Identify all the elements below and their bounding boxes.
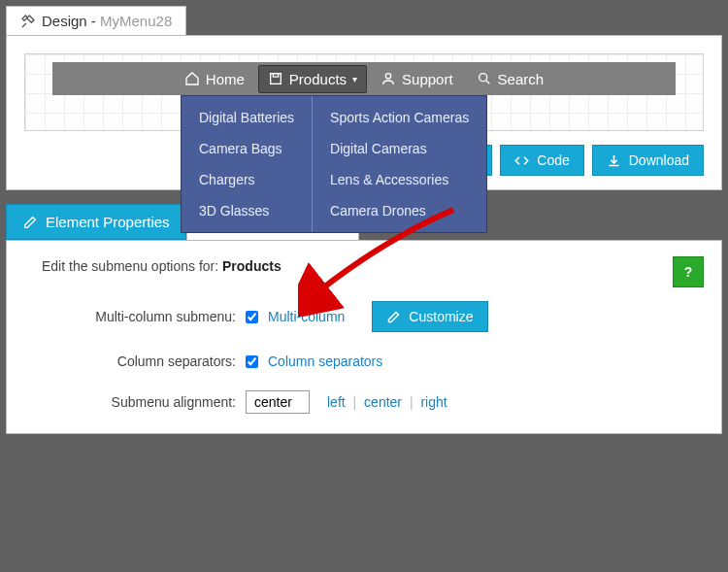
menuitem-search[interactable]: Search — [467, 65, 554, 93]
menuitem-label: Products — [289, 71, 347, 87]
menuitem-label: Support — [402, 71, 453, 87]
svg-rect-1 — [273, 74, 278, 77]
design-tab[interactable]: Design - MyMenu28 — [6, 6, 186, 35]
search-icon — [477, 71, 492, 86]
menuitem-products[interactable]: Products ▾ — [258, 65, 367, 93]
separator: | — [353, 394, 357, 410]
customize-button[interactable]: Customize — [372, 301, 487, 332]
tab-label: Element Properties — [46, 214, 170, 230]
button-label: Code — [537, 152, 569, 168]
code-icon — [514, 153, 529, 168]
align-right-link[interactable]: right — [420, 394, 447, 410]
user-icon — [381, 71, 396, 86]
code-button[interactable]: Code — [500, 145, 583, 176]
column-separators-checkbox[interactable] — [246, 355, 258, 368]
menuitem-support[interactable]: Support — [371, 65, 463, 93]
design-panel: Home Products ▾ Support Search Digital B… — [6, 35, 722, 190]
svg-point-2 — [385, 74, 390, 79]
menu-bar: Home Products ▾ Support Search Digital B… — [52, 62, 676, 95]
preview-canvas: Home Products ▾ Support Search Digital B… — [24, 53, 704, 131]
column-separators-label: Column separators: — [42, 353, 236, 369]
menuitem-home[interactable]: Home — [175, 65, 254, 93]
edit-context: Edit the submenu options for: Products — [42, 258, 698, 274]
home-icon — [184, 71, 200, 86]
align-center-link[interactable]: center — [364, 394, 402, 410]
edit-prefix: Edit the submenu options for: — [42, 258, 222, 274]
submenu-alignment-input[interactable] — [246, 390, 310, 414]
button-label: Customize — [409, 309, 473, 324]
design-tab-label: Design - — [42, 13, 100, 29]
download-icon — [607, 153, 621, 168]
chevron-down-icon: ▾ — [352, 74, 357, 84]
menuitem-label: Search — [498, 71, 545, 87]
align-left-link[interactable]: left — [327, 394, 346, 410]
multi-column-link[interactable]: Multi-column — [268, 309, 345, 324]
tools-icon — [20, 14, 36, 29]
edit-icon — [22, 215, 38, 230]
design-tab-menu-name: MyMenu28 — [100, 13, 172, 29]
edit-target: Products — [222, 258, 281, 274]
multi-column-label: Multi-column submenu: — [42, 309, 236, 324]
dropdown-item[interactable]: Sports Action Cameras — [313, 102, 486, 133]
pencil-icon — [386, 310, 401, 324]
products-dropdown: Digital Batteries Camera Bags Chargers 3… — [181, 95, 487, 233]
dropdown-item[interactable]: Digital Batteries — [182, 102, 312, 133]
column-separators-link[interactable]: Column separators — [268, 353, 382, 369]
dropdown-item[interactable]: 3D Glasses — [182, 195, 312, 226]
tab-element-properties[interactable]: Element Properties — [6, 204, 186, 240]
dropdown-item[interactable]: Camera Bags — [182, 133, 312, 164]
multi-column-checkbox[interactable] — [246, 311, 258, 323]
dropdown-item[interactable]: Lens & Accessories — [313, 164, 486, 195]
dropdown-item[interactable]: Digital Cameras — [313, 133, 486, 164]
floppy-icon — [268, 71, 283, 86]
dropdown-item[interactable]: Camera Drones — [313, 195, 486, 226]
download-button[interactable]: Download — [592, 145, 704, 176]
help-button[interactable]: ? — [673, 256, 704, 287]
button-label: Download — [629, 152, 689, 168]
dropdown-item[interactable]: Chargers — [182, 164, 312, 195]
submenu-options-panel: Edit the submenu options for: Products ?… — [6, 240, 722, 434]
submenu-alignment-label: Submenu alignment: — [42, 394, 236, 410]
help-icon: ? — [684, 264, 693, 280]
svg-rect-0 — [271, 74, 281, 84]
menuitem-label: Home — [206, 71, 245, 87]
svg-point-3 — [479, 74, 486, 82]
separator: | — [410, 394, 414, 410]
